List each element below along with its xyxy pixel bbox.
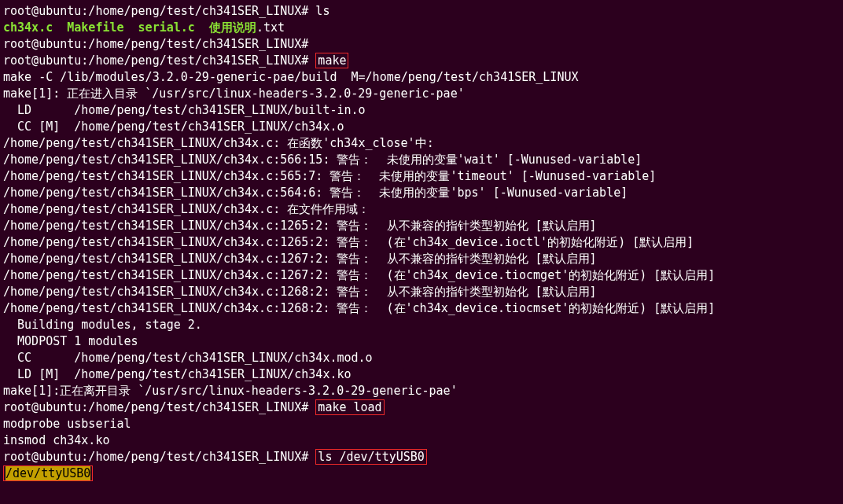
warning-line: /home/peng/test/ch341SER_LINUX/ch34x.c:1…: [3, 300, 840, 317]
output-line: insmod ch34x.ko: [3, 432, 840, 449]
output-line: LD [M] /home/peng/test/ch341SER_LINUX/ch…: [3, 366, 840, 383]
warning-line: /home/peng/test/ch341SER_LINUX/ch34x.c:1…: [3, 234, 840, 251]
output-line: MODPOST 1 modules: [3, 333, 840, 350]
file: serial.c: [138, 20, 209, 35]
output-line: LD /home/peng/test/ch341SER_LINUX/built-…: [3, 102, 840, 119]
command-highlighted: ls /dev/ttyUSB0: [315, 449, 426, 465]
device-output: /dev/ttyUSB0: [3, 465, 840, 482]
ls-output: ch34x.c Makefile serial.c 使用说明.txt: [3, 20, 840, 36]
prompt-line: root@ubuntu:/home/peng/test/ch341SER_LIN…: [3, 449, 840, 465]
output-line: make[1]:正在离开目录 `/usr/src/linux-headers-3…: [3, 383, 840, 399]
prompt-line: root@ubuntu:/home/peng/test/ch341SER_LIN…: [3, 3, 840, 20]
prompt: root@ubuntu:/home/peng/test/ch341SER_LIN…: [3, 37, 308, 51]
file: 使用说明: [209, 20, 256, 35]
highlight-box: /dev/ttyUSB0: [3, 465, 93, 481]
prompt-line: root@ubuntu:/home/peng/test/ch341SER_LIN…: [3, 36, 840, 53]
file: Makefile: [67, 20, 138, 35]
prompt-line: root@ubuntu:/home/peng/test/ch341SER_LIN…: [3, 53, 840, 69]
output-line: CC /home/peng/test/ch341SER_LINUX/ch34x.…: [3, 350, 840, 366]
prompt-line: root@ubuntu:/home/peng/test/ch341SER_LIN…: [3, 399, 840, 416]
output-line: modprobe usbserial: [3, 416, 840, 432]
terminal[interactable]: root@ubuntu:/home/peng/test/ch341SER_LIN…: [3, 3, 840, 482]
prompt: root@ubuntu:/home/peng/test/ch341SER_LIN…: [3, 400, 315, 414]
warning-line: /home/peng/test/ch341SER_LINUX/ch34x.c:1…: [3, 284, 840, 300]
warning-line: /home/peng/test/ch341SER_LINUX/ch34x.c:1…: [3, 218, 840, 234]
prompt: root@ubuntu:/home/peng/test/ch341SER_LIN…: [3, 4, 315, 18]
output-line: /home/peng/test/ch341SER_LINUX/ch34x.c: …: [3, 201, 840, 218]
warning-line: /home/peng/test/ch341SER_LINUX/ch34x.c:1…: [3, 267, 840, 284]
output-line: make -C /lib/modules/3.2.0-29-generic-pa…: [3, 69, 840, 86]
output-line: Building modules, stage 2.: [3, 317, 840, 333]
file-ext: .txt: [256, 20, 285, 35]
file: ch34x.c: [3, 20, 67, 35]
output-line: CC [M] /home/peng/test/ch341SER_LINUX/ch…: [3, 119, 840, 135]
warning-line: /home/peng/test/ch341SER_LINUX/ch34x.c:5…: [3, 168, 840, 185]
command: ls: [315, 4, 329, 18]
warning-line: /home/peng/test/ch341SER_LINUX/ch34x.c:1…: [3, 251, 840, 267]
command-highlighted: make: [315, 53, 348, 68]
warning-line: /home/peng/test/ch341SER_LINUX/ch34x.c:5…: [3, 152, 840, 168]
output-line: make[1]: 正在进入目录 `/usr/src/linux-headers-…: [3, 86, 840, 102]
device-path: /dev/ttyUSB0: [6, 466, 90, 480]
output-line: /home/peng/test/ch341SER_LINUX/ch34x.c: …: [3, 135, 840, 152]
command-highlighted: make load: [315, 399, 384, 415]
prompt: root@ubuntu:/home/peng/test/ch341SER_LIN…: [3, 450, 315, 464]
prompt: root@ubuntu:/home/peng/test/ch341SER_LIN…: [3, 53, 315, 68]
warning-line: /home/peng/test/ch341SER_LINUX/ch34x.c:5…: [3, 185, 840, 201]
